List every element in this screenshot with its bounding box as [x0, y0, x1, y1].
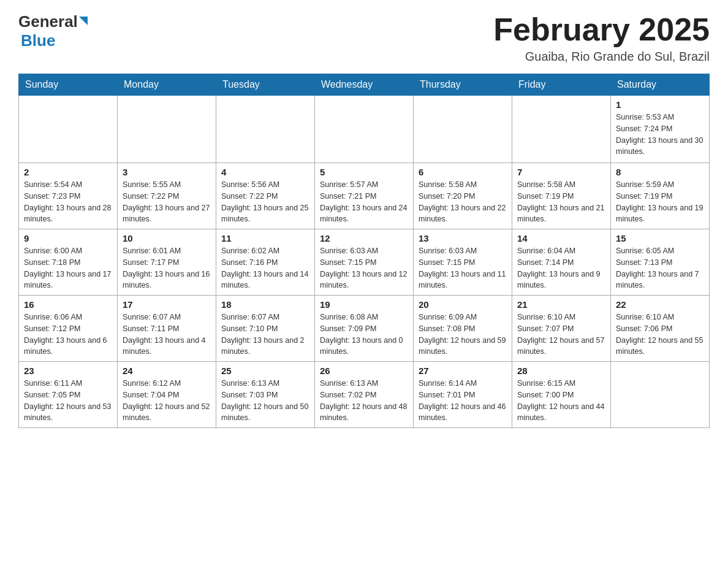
calendar-day-cell: 5Sunrise: 5:57 AMSunset: 7:21 PMDaylight…	[315, 163, 414, 229]
calendar-day-cell: 20Sunrise: 6:09 AMSunset: 7:08 PMDayligh…	[414, 296, 512, 362]
day-info: Sunrise: 5:59 AMSunset: 7:19 PMDaylight:…	[616, 179, 704, 225]
day-number: 18	[221, 299, 309, 310]
calendar-day-cell	[118, 96, 216, 163]
day-info: Sunrise: 5:56 AMSunset: 7:22 PMDaylight:…	[221, 179, 309, 225]
day-info: Sunrise: 6:05 AMSunset: 7:13 PMDaylight:…	[616, 245, 704, 291]
calendar-day-cell: 8Sunrise: 5:59 AMSunset: 7:19 PMDaylight…	[611, 163, 710, 229]
calendar-day-cell: 12Sunrise: 6:03 AMSunset: 7:15 PMDayligh…	[315, 229, 414, 296]
header-saturday: Saturday	[611, 74, 710, 96]
calendar-day-cell	[414, 96, 512, 163]
day-number: 28	[517, 366, 605, 376]
calendar-day-cell: 15Sunrise: 6:05 AMSunset: 7:13 PMDayligh…	[611, 229, 710, 296]
day-number: 3	[123, 167, 211, 177]
week-row-3: 9Sunrise: 6:00 AMSunset: 7:18 PMDaylight…	[19, 229, 710, 296]
day-number: 10	[123, 233, 211, 243]
calendar-day-cell: 4Sunrise: 5:56 AMSunset: 7:22 PMDaylight…	[216, 163, 315, 229]
day-info: Sunrise: 6:03 AMSunset: 7:15 PMDaylight:…	[419, 245, 507, 291]
calendar-day-cell	[512, 96, 611, 163]
day-info: Sunrise: 6:04 AMSunset: 7:14 PMDaylight:…	[517, 245, 605, 291]
day-info: Sunrise: 6:10 AMSunset: 7:06 PMDaylight:…	[616, 312, 704, 358]
calendar-day-cell: 9Sunrise: 6:00 AMSunset: 7:18 PMDaylight…	[19, 229, 118, 296]
calendar-header-row: SundayMondayTuesdayWednesdayThursdayFrid…	[19, 74, 710, 96]
day-info: Sunrise: 6:07 AMSunset: 7:11 PMDaylight:…	[123, 312, 211, 358]
calendar-day-cell: 17Sunrise: 6:07 AMSunset: 7:11 PMDayligh…	[118, 296, 216, 362]
day-number: 9	[24, 233, 112, 243]
day-info: Sunrise: 6:14 AMSunset: 7:01 PMDaylight:…	[419, 378, 507, 424]
location: Guaiba, Rio Grande do Sul, Brazil	[493, 50, 710, 64]
day-number: 2	[24, 167, 112, 177]
calendar-day-cell: 19Sunrise: 6:08 AMSunset: 7:09 PMDayligh…	[315, 296, 414, 362]
day-info: Sunrise: 6:02 AMSunset: 7:16 PMDaylight:…	[221, 245, 309, 291]
day-number: 5	[320, 167, 408, 177]
day-number: 27	[419, 366, 507, 376]
day-info: Sunrise: 6:08 AMSunset: 7:09 PMDaylight:…	[320, 312, 408, 358]
calendar-day-cell: 11Sunrise: 6:02 AMSunset: 7:16 PMDayligh…	[216, 229, 315, 296]
day-info: Sunrise: 6:13 AMSunset: 7:03 PMDaylight:…	[221, 378, 309, 424]
day-number: 24	[123, 366, 211, 376]
calendar-day-cell: 18Sunrise: 6:07 AMSunset: 7:10 PMDayligh…	[216, 296, 315, 362]
calendar-day-cell: 25Sunrise: 6:13 AMSunset: 7:03 PMDayligh…	[216, 362, 315, 428]
day-number: 12	[320, 233, 408, 243]
calendar-day-cell: 7Sunrise: 5:58 AMSunset: 7:19 PMDaylight…	[512, 163, 611, 229]
logo-arrow-icon	[79, 17, 88, 25]
calendar-day-cell: 6Sunrise: 5:58 AMSunset: 7:20 PMDaylight…	[414, 163, 512, 229]
day-number: 23	[24, 366, 112, 376]
calendar-day-cell: 21Sunrise: 6:10 AMSunset: 7:07 PMDayligh…	[512, 296, 611, 362]
header-sunday: Sunday	[19, 74, 118, 96]
calendar-day-cell	[19, 96, 118, 163]
header-monday: Monday	[118, 74, 216, 96]
day-info: Sunrise: 6:07 AMSunset: 7:10 PMDaylight:…	[221, 312, 309, 358]
week-row-2: 2Sunrise: 5:54 AMSunset: 7:23 PMDaylight…	[19, 163, 710, 229]
logo-general-text: General	[18, 12, 78, 31]
calendar-day-cell	[216, 96, 315, 163]
day-info: Sunrise: 6:13 AMSunset: 7:02 PMDaylight:…	[320, 378, 408, 424]
week-row-1: 1Sunrise: 5:53 AMSunset: 7:24 PMDaylight…	[19, 96, 710, 163]
day-number: 22	[616, 299, 704, 310]
day-info: Sunrise: 6:10 AMSunset: 7:07 PMDaylight:…	[517, 312, 605, 358]
day-info: Sunrise: 6:11 AMSunset: 7:05 PMDaylight:…	[24, 378, 112, 424]
calendar-day-cell: 22Sunrise: 6:10 AMSunset: 7:06 PMDayligh…	[611, 296, 710, 362]
day-number: 20	[419, 299, 507, 310]
day-info: Sunrise: 5:58 AMSunset: 7:20 PMDaylight:…	[419, 179, 507, 225]
calendar-day-cell: 3Sunrise: 5:55 AMSunset: 7:22 PMDaylight…	[118, 163, 216, 229]
calendar-day-cell: 10Sunrise: 6:01 AMSunset: 7:17 PMDayligh…	[118, 229, 216, 296]
calendar-day-cell: 24Sunrise: 6:12 AMSunset: 7:04 PMDayligh…	[118, 362, 216, 428]
day-number: 19	[320, 299, 408, 310]
calendar-day-cell: 16Sunrise: 6:06 AMSunset: 7:12 PMDayligh…	[19, 296, 118, 362]
calendar-day-cell: 2Sunrise: 5:54 AMSunset: 7:23 PMDaylight…	[19, 163, 118, 229]
day-number: 8	[616, 167, 704, 177]
calendar-day-cell: 23Sunrise: 6:11 AMSunset: 7:05 PMDayligh…	[19, 362, 118, 428]
day-info: Sunrise: 5:53 AMSunset: 7:24 PMDaylight:…	[616, 112, 704, 158]
calendar-day-cell: 28Sunrise: 6:15 AMSunset: 7:00 PMDayligh…	[512, 362, 611, 428]
day-info: Sunrise: 6:12 AMSunset: 7:04 PMDaylight:…	[123, 378, 211, 424]
day-info: Sunrise: 6:00 AMSunset: 7:18 PMDaylight:…	[24, 245, 112, 291]
calendar-day-cell: 1Sunrise: 5:53 AMSunset: 7:24 PMDaylight…	[611, 96, 710, 163]
day-info: Sunrise: 6:09 AMSunset: 7:08 PMDaylight:…	[419, 312, 507, 358]
logo: General Blue	[18, 12, 89, 50]
title-block: February 2025 Guaiba, Rio Grande do Sul,…	[493, 12, 710, 64]
day-info: Sunrise: 5:57 AMSunset: 7:21 PMDaylight:…	[320, 179, 408, 225]
day-number: 16	[24, 299, 112, 310]
calendar-day-cell: 26Sunrise: 6:13 AMSunset: 7:02 PMDayligh…	[315, 362, 414, 428]
day-info: Sunrise: 6:01 AMSunset: 7:17 PMDaylight:…	[123, 245, 211, 291]
day-info: Sunrise: 6:15 AMSunset: 7:00 PMDaylight:…	[517, 378, 605, 424]
day-number: 15	[616, 233, 704, 243]
day-number: 21	[517, 299, 605, 310]
calendar-day-cell: 13Sunrise: 6:03 AMSunset: 7:15 PMDayligh…	[414, 229, 512, 296]
day-number: 26	[320, 366, 408, 376]
day-number: 6	[419, 167, 507, 177]
week-row-5: 23Sunrise: 6:11 AMSunset: 7:05 PMDayligh…	[19, 362, 710, 428]
day-number: 1	[616, 99, 704, 110]
day-number: 7	[517, 167, 605, 177]
day-info: Sunrise: 6:06 AMSunset: 7:12 PMDaylight:…	[24, 312, 112, 358]
day-number: 4	[221, 167, 309, 177]
week-row-4: 16Sunrise: 6:06 AMSunset: 7:12 PMDayligh…	[19, 296, 710, 362]
logo-blue-text: Blue	[21, 31, 55, 50]
calendar-day-cell: 27Sunrise: 6:14 AMSunset: 7:01 PMDayligh…	[414, 362, 512, 428]
day-number: 13	[419, 233, 507, 243]
header-wednesday: Wednesday	[315, 74, 414, 96]
day-info: Sunrise: 5:58 AMSunset: 7:19 PMDaylight:…	[517, 179, 605, 225]
day-number: 17	[123, 299, 211, 310]
day-number: 14	[517, 233, 605, 243]
day-number: 11	[221, 233, 309, 243]
